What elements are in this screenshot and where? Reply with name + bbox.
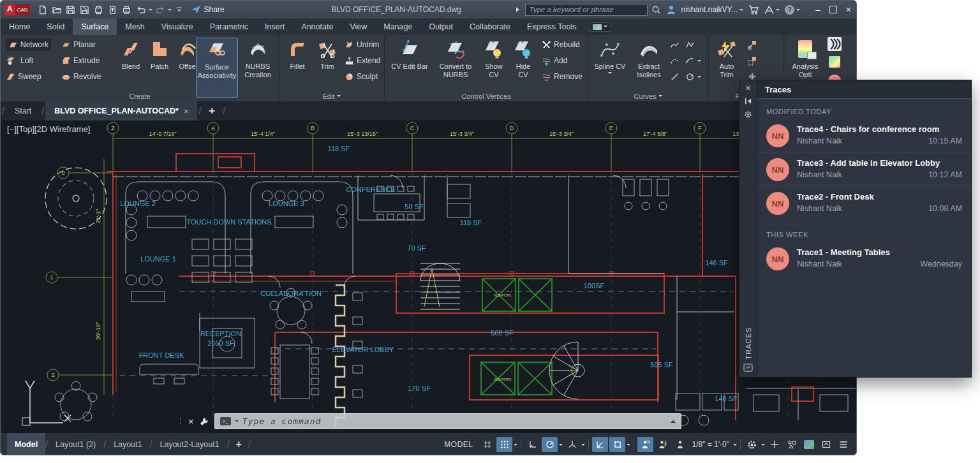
redo-dropdown-arrow[interactable] — [168, 9, 172, 13]
command-grip-icon[interactable]: ⋮ — [177, 417, 184, 425]
nurbs-creation-toggle[interactable]: NURBS Creation — [239, 38, 276, 79]
rebuild-button[interactable]: Rebuild — [542, 38, 580, 51]
revolve-button[interactable]: Revolve — [61, 70, 101, 83]
customization-menu-button[interactable] — [835, 437, 851, 452]
crosshair-button[interactable] — [766, 437, 782, 452]
tab-home[interactable]: Home — [1, 18, 38, 35]
annotation-scale-icon[interactable] — [672, 437, 688, 452]
tab-visualize[interactable]: Visualize — [153, 18, 202, 35]
trace-item[interactable]: NN Trace4 - Chairs for conference room N… — [757, 119, 971, 152]
model-space-toggle[interactable]: MODEL — [439, 440, 478, 449]
show-cv-button[interactable]: Show CV — [480, 38, 507, 79]
isolate-objects-button[interactable] — [783, 437, 799, 452]
save-button[interactable] — [64, 3, 77, 16]
signed-in-user[interactable]: nishant.naikVY... — [681, 5, 744, 14]
maximize-button[interactable] — [829, 6, 837, 13]
workspace-gear-button[interactable] — [744, 437, 760, 452]
sweep-button[interactable]: Sweep — [6, 70, 41, 83]
snap-dropdown-arrow[interactable] — [514, 444, 517, 448]
convert-to-nurbs-button[interactable]: Convert to NURBS — [433, 38, 478, 79]
command-close-icon[interactable]: × — [188, 416, 194, 427]
tab-output[interactable]: Output — [420, 18, 461, 35]
panel-edit-footer[interactable]: Edit — [279, 92, 384, 100]
layout-tab-model[interactable]: Model — [7, 433, 45, 455]
project-to-ucs-button[interactable] — [747, 38, 757, 51]
curvature-analysis-button[interactable] — [829, 55, 840, 68]
untrim-button[interactable]: Untrim — [345, 38, 379, 51]
hide-cv-button[interactable]: Hide CV — [510, 38, 537, 79]
scale-dropdown-arrow[interactable] — [733, 444, 737, 448]
extrude-button[interactable]: Extrude — [61, 54, 100, 67]
search-icon[interactable] — [651, 5, 661, 15]
patch-button[interactable]: Patch — [146, 38, 173, 71]
isometric-drafting-toggle[interactable] — [564, 437, 580, 452]
tab-insert[interactable]: Insert — [256, 18, 293, 35]
spline-cv-dropdown[interactable] — [608, 72, 612, 76]
file-tab-drawing[interactable]: BLVD OFFICE_PLAN-AUTOCAD* × — [45, 101, 197, 121]
autodesk-menu[interactable] — [764, 6, 780, 14]
open-file-button[interactable] — [50, 3, 63, 16]
zebra-analysis-button[interactable] — [828, 38, 842, 50]
polar-tracking-toggle[interactable] — [542, 437, 558, 452]
curve-dotted-button[interactable] — [670, 54, 679, 67]
annotation-scale-value[interactable]: 1/8" = 1'-0" — [689, 440, 732, 449]
viewport-controls[interactable]: [−][Top][2D Wireframe] — [7, 124, 90, 134]
palette-close-icon[interactable]: × — [745, 83, 750, 93]
file-tab-start[interactable]: Start — [6, 101, 40, 121]
new-layout-button[interactable]: + — [230, 439, 248, 450]
trace-item[interactable]: NN Trace1 - Meeting Tables Nishant Naik … — [757, 242, 971, 276]
panel-create-footer[interactable]: Create — [1, 92, 279, 100]
tab-express-tools[interactable]: Express Tools — [519, 18, 585, 35]
network-button[interactable]: Network — [6, 38, 51, 51]
share-button[interactable]: Share — [191, 5, 225, 14]
extend-button[interactable]: Extend — [345, 54, 380, 67]
tab-solid[interactable]: Solid — [38, 18, 73, 35]
close-button[interactable]: × — [846, 6, 851, 13]
loft-button[interactable]: Loft — [6, 54, 33, 67]
publish-button[interactable] — [107, 3, 119, 16]
ribbon-display-toggle[interactable] — [589, 22, 611, 32]
cv-edit-bar-button[interactable]: CV Edit Bar — [389, 38, 431, 71]
blend-button[interactable]: Blend — [117, 38, 145, 71]
palette-properties-icon[interactable] — [744, 110, 752, 119]
circle-flyout-button[interactable] — [685, 70, 701, 83]
object-snap-tracking-toggle[interactable] — [592, 437, 608, 452]
tab-view[interactable]: View — [341, 18, 375, 35]
graphics-performance-button[interactable]: ✓ — [801, 437, 817, 452]
redo-button[interactable] — [154, 3, 167, 16]
grid-display-toggle[interactable] — [479, 437, 495, 452]
search-expand-arrow[interactable] — [515, 6, 520, 13]
user-avatar-icon[interactable] — [666, 4, 676, 15]
annotation-visibility-toggle[interactable] — [637, 437, 653, 452]
project-to-view-button[interactable] — [747, 54, 757, 67]
file-tab-close-icon[interactable]: × — [184, 107, 189, 116]
planar-button[interactable]: Planar — [61, 38, 96, 51]
trim-button[interactable]: Trim — [314, 38, 341, 71]
clean-screen-button[interactable] — [818, 437, 834, 452]
fillet-button[interactable]: Fillet — [283, 38, 311, 71]
object-snap-toggle[interactable] — [609, 437, 625, 452]
workspace-dropdown-arrow[interactable] — [761, 444, 765, 448]
new-drawing-tab-button[interactable]: + — [202, 105, 221, 117]
circle-dropdown[interactable] — [697, 76, 701, 80]
command-input[interactable]: >_ Type a command — [214, 413, 681, 429]
analysis-options-button[interactable]: Analysis Opti — [788, 38, 822, 79]
remove-cv-button[interactable]: Remove — [542, 70, 583, 83]
trace-item[interactable]: NN Trace2 - Front Desk Nishant Naik 10:0… — [757, 186, 971, 220]
save-as-button[interactable] — [78, 3, 91, 16]
layout-tab-1-2[interactable]: Layout1 (2) — [48, 433, 103, 455]
undo-button[interactable] — [135, 3, 147, 16]
line-button[interactable] — [670, 70, 679, 83]
polar-dropdown-arrow[interactable] — [559, 444, 563, 448]
undo-dropdown-arrow[interactable] — [149, 9, 152, 13]
arc-flyout-button[interactable] — [685, 54, 701, 67]
minimize-button[interactable]: – — [815, 6, 820, 13]
tab-annotate[interactable]: Annotate — [293, 18, 341, 35]
app-store-cart-icon[interactable] — [748, 5, 759, 15]
isometric-dropdown-arrow[interactable] — [581, 444, 585, 448]
tab-collaborate[interactable]: Collaborate — [461, 18, 519, 35]
tab-manage[interactable]: Manage — [375, 18, 420, 35]
ortho-toggle[interactable] — [524, 437, 540, 452]
tab-surface[interactable]: Surface — [73, 18, 117, 35]
search-input[interactable] — [525, 4, 648, 16]
